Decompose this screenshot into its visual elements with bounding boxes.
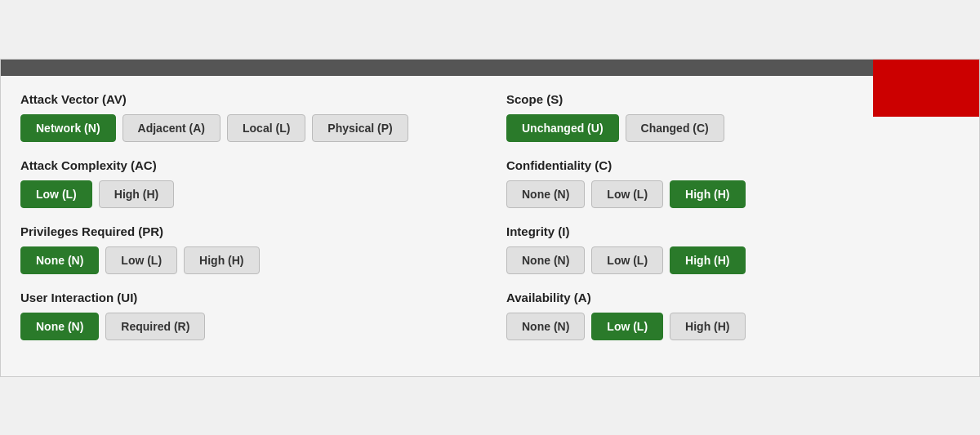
btn-integrity-Low--L-[interactable]: Low (L) <box>591 246 663 274</box>
section-title-user-interaction: User Interaction (UI) <box>20 291 474 304</box>
btn-group-confidentiality: None (N)Low (L)High (H) <box>506 180 960 208</box>
btn-group-user-interaction: None (N)Required (R) <box>20 313 474 340</box>
btn-attack-complexity-Low--L-[interactable]: Low (L) <box>20 180 92 208</box>
section-availability: Availability (A)None (N)Low (L)High (H) <box>506 291 960 340</box>
btn-attack-vector-Network--N-[interactable]: Network (N) <box>20 114 116 142</box>
btn-availability-None--N-[interactable]: None (N) <box>506 313 585 340</box>
btn-integrity-None--N-[interactable]: None (N) <box>506 246 585 274</box>
btn-privileges-required-None--N-[interactable]: None (N) <box>20 246 99 274</box>
btn-scope-Unchanged--U-[interactable]: Unchanged (U) <box>506 114 619 142</box>
header <box>1 60 979 76</box>
btn-group-privileges-required: None (N)Low (L)High (H) <box>20 246 474 274</box>
btn-privileges-required-Low--L-[interactable]: Low (L) <box>105 246 177 274</box>
btn-confidentiality-High--H-[interactable]: High (H) <box>670 180 745 208</box>
section-privileges-required: Privileges Required (PR)None (N)Low (L)H… <box>20 224 474 274</box>
section-user-interaction: User Interaction (UI)None (N)Required (R… <box>20 291 474 340</box>
section-title-availability: Availability (A) <box>506 291 960 304</box>
btn-confidentiality-None--N-[interactable]: None (N) <box>506 180 585 208</box>
btn-confidentiality-Low--L-[interactable]: Low (L) <box>591 180 663 208</box>
btn-privileges-required-High--H-[interactable]: High (H) <box>184 246 259 274</box>
btn-attack-vector-Physical--P-[interactable]: Physical (P) <box>312 114 408 142</box>
section-attack-complexity: Attack Complexity (AC)Low (L)High (H) <box>20 158 474 208</box>
btn-group-attack-complexity: Low (L)High (H) <box>20 180 474 208</box>
base-score-card: Attack Vector (AV)Network (N)Adjacent (A… <box>0 59 980 377</box>
score-badge <box>873 60 979 117</box>
btn-user-interaction-None--N-[interactable]: None (N) <box>20 313 99 340</box>
btn-availability-High--H-[interactable]: High (H) <box>670 313 745 340</box>
btn-attack-vector-Adjacent--A-[interactable]: Adjacent (A) <box>122 114 220 142</box>
btn-user-interaction-Required--R-[interactable]: Required (R) <box>105 313 205 340</box>
section-title-integrity: Integrity (I) <box>506 224 960 238</box>
left-column: Attack Vector (AV)Network (N)Adjacent (A… <box>20 92 474 357</box>
right-column: Scope (S)Unchanged (U)Changed (C)Confide… <box>506 92 960 357</box>
btn-group-availability: None (N)Low (L)High (H) <box>506 313 960 340</box>
btn-attack-complexity-High--H-[interactable]: High (H) <box>99 180 174 208</box>
section-title-attack-complexity: Attack Complexity (AC) <box>20 158 474 172</box>
btn-scope-Changed--C-[interactable]: Changed (C) <box>626 114 724 142</box>
btn-attack-vector-Local--L-[interactable]: Local (L) <box>227 114 305 142</box>
section-title-confidentiality: Confidentiality (C) <box>506 158 960 172</box>
section-integrity: Integrity (I)None (N)Low (L)High (H) <box>506 224 960 274</box>
section-title-privileges-required: Privileges Required (PR) <box>20 224 474 238</box>
section-title-attack-vector: Attack Vector (AV) <box>20 92 474 106</box>
btn-integrity-High--H-[interactable]: High (H) <box>670 246 745 274</box>
btn-availability-Low--L-[interactable]: Low (L) <box>591 313 663 340</box>
btn-group-scope: Unchanged (U)Changed (C) <box>506 114 960 142</box>
btn-group-attack-vector: Network (N)Adjacent (A)Local (L)Physical… <box>20 114 474 142</box>
content: Attack Vector (AV)Network (N)Adjacent (A… <box>1 76 979 376</box>
section-confidentiality: Confidentiality (C)None (N)Low (L)High (… <box>506 158 960 208</box>
btn-group-integrity: None (N)Low (L)High (H) <box>506 246 960 274</box>
section-attack-vector: Attack Vector (AV)Network (N)Adjacent (A… <box>20 92 474 142</box>
